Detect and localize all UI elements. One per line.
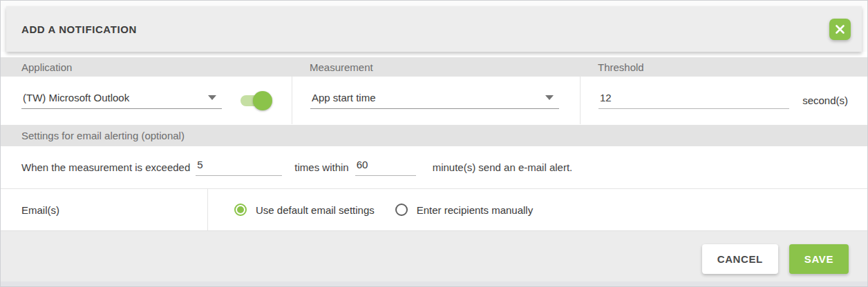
measurement-column-label: Measurement (292, 57, 580, 77)
close-button[interactable] (829, 19, 851, 40)
add-notification-dialog: ADD A NOTIFICATION Application Measureme… (0, 0, 868, 287)
application-column-label: Application (1, 57, 292, 77)
toggle-thumb (253, 91, 272, 110)
measurement-select[interactable]: App start time (310, 92, 559, 109)
application-select-value: (TW) Microsoft Outlook (23, 92, 129, 103)
radio-selected-icon (234, 204, 247, 216)
save-button[interactable]: SAVE (789, 244, 849, 274)
close-icon (835, 24, 845, 34)
radio-enter-recipients-manually[interactable]: Enter recipients manually (395, 204, 533, 216)
times-exceeded-input[interactable] (196, 159, 282, 176)
email-recipients-row: Email(s) Use default email settings Ente… (1, 188, 867, 230)
measurement-select-value: App start time (312, 92, 376, 103)
radio-label: Enter recipients manually (417, 204, 533, 216)
cancel-button[interactable]: CANCEL (702, 244, 778, 274)
application-cell: (TW) Microsoft Outlook (1, 77, 292, 124)
rule-suffix-label: minute(s) send an e-mail alert. (433, 161, 573, 173)
column-labels-band: Application Measurement Threshold (1, 57, 867, 77)
email-options-group: Use default email settings Enter recipie… (234, 189, 533, 230)
threshold-cell: second(s) (580, 77, 867, 124)
measurement-cell: App start time (292, 77, 580, 124)
alert-rule-row: When the measurement is exceeded times w… (1, 146, 867, 188)
chevron-down-icon (208, 95, 216, 100)
chevron-down-icon (545, 95, 554, 100)
threshold-column-label: Threshold (580, 57, 867, 77)
minutes-window-input[interactable] (355, 159, 416, 176)
notification-inputs-row: (TW) Microsoft Outlook App start time se… (1, 77, 867, 124)
rule-middle-label: times within (294, 161, 348, 173)
threshold-unit-label: second(s) (802, 95, 848, 106)
radio-use-default-email-settings[interactable]: Use default email settings (234, 204, 375, 216)
dialog-footer: CANCEL SAVE (1, 230, 867, 286)
rule-prefix-label: When the measurement is exceeded (21, 161, 190, 173)
emails-label: Email(s) (1, 189, 208, 230)
application-enabled-toggle[interactable] (240, 95, 268, 106)
dialog-header: ADD A NOTIFICATION (6, 6, 862, 52)
dialog-header-wrap: ADD A NOTIFICATION (1, 1, 867, 52)
threshold-input[interactable] (598, 92, 789, 109)
application-select[interactable]: (TW) Microsoft Outlook (21, 92, 222, 109)
radio-label: Use default email settings (256, 204, 375, 216)
dialog-title: ADD A NOTIFICATION (21, 23, 137, 35)
email-alerting-section-header: Settings for email alerting (optional) (1, 125, 867, 146)
radio-unselected-icon (395, 204, 408, 216)
